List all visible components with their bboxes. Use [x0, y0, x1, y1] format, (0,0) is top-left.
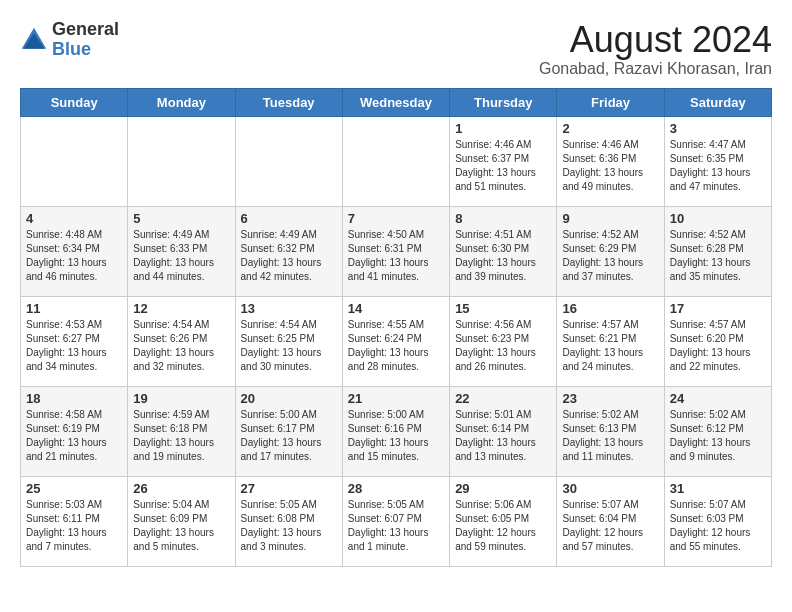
- day-number: 17: [670, 301, 766, 316]
- header-day-tuesday: Tuesday: [235, 88, 342, 116]
- cell-content: Sunrise: 4:52 AM Sunset: 6:29 PM Dayligh…: [562, 228, 658, 284]
- day-number: 6: [241, 211, 337, 226]
- logo-blue: Blue: [52, 40, 119, 60]
- day-number: 3: [670, 121, 766, 136]
- calendar-cell: 2Sunrise: 4:46 AM Sunset: 6:36 PM Daylig…: [557, 116, 664, 206]
- cell-content: Sunrise: 5:01 AM Sunset: 6:14 PM Dayligh…: [455, 408, 551, 464]
- day-number: 4: [26, 211, 122, 226]
- cell-content: Sunrise: 4:49 AM Sunset: 6:32 PM Dayligh…: [241, 228, 337, 284]
- calendar-cell: 24Sunrise: 5:02 AM Sunset: 6:12 PM Dayli…: [664, 386, 771, 476]
- calendar-cell: 8Sunrise: 4:51 AM Sunset: 6:30 PM Daylig…: [450, 206, 557, 296]
- calendar-header: SundayMondayTuesdayWednesdayThursdayFrid…: [21, 88, 772, 116]
- calendar-cell: 26Sunrise: 5:04 AM Sunset: 6:09 PM Dayli…: [128, 476, 235, 566]
- cell-content: Sunrise: 5:04 AM Sunset: 6:09 PM Dayligh…: [133, 498, 229, 554]
- day-number: 23: [562, 391, 658, 406]
- calendar-table: SundayMondayTuesdayWednesdayThursdayFrid…: [20, 88, 772, 567]
- calendar-cell: 25Sunrise: 5:03 AM Sunset: 6:11 PM Dayli…: [21, 476, 128, 566]
- calendar-cell: 12Sunrise: 4:54 AM Sunset: 6:26 PM Dayli…: [128, 296, 235, 386]
- cell-content: Sunrise: 5:00 AM Sunset: 6:16 PM Dayligh…: [348, 408, 444, 464]
- cell-content: Sunrise: 4:57 AM Sunset: 6:21 PM Dayligh…: [562, 318, 658, 374]
- header-day-wednesday: Wednesday: [342, 88, 449, 116]
- cell-content: Sunrise: 4:54 AM Sunset: 6:26 PM Dayligh…: [133, 318, 229, 374]
- cell-content: Sunrise: 5:05 AM Sunset: 6:07 PM Dayligh…: [348, 498, 444, 554]
- calendar-cell: 29Sunrise: 5:06 AM Sunset: 6:05 PM Dayli…: [450, 476, 557, 566]
- cell-content: Sunrise: 4:52 AM Sunset: 6:28 PM Dayligh…: [670, 228, 766, 284]
- cell-content: Sunrise: 4:51 AM Sunset: 6:30 PM Dayligh…: [455, 228, 551, 284]
- cell-content: Sunrise: 5:06 AM Sunset: 6:05 PM Dayligh…: [455, 498, 551, 554]
- day-number: 7: [348, 211, 444, 226]
- day-number: 27: [241, 481, 337, 496]
- calendar-cell: 30Sunrise: 5:07 AM Sunset: 6:04 PM Dayli…: [557, 476, 664, 566]
- cell-content: Sunrise: 5:00 AM Sunset: 6:17 PM Dayligh…: [241, 408, 337, 464]
- logo-text: General Blue: [52, 20, 119, 60]
- logo: General Blue: [20, 20, 119, 60]
- day-number: 9: [562, 211, 658, 226]
- calendar-cell: 18Sunrise: 4:58 AM Sunset: 6:19 PM Dayli…: [21, 386, 128, 476]
- calendar-cell: 7Sunrise: 4:50 AM Sunset: 6:31 PM Daylig…: [342, 206, 449, 296]
- calendar-cell: 20Sunrise: 5:00 AM Sunset: 6:17 PM Dayli…: [235, 386, 342, 476]
- calendar-cell: 11Sunrise: 4:53 AM Sunset: 6:27 PM Dayli…: [21, 296, 128, 386]
- cell-content: Sunrise: 4:54 AM Sunset: 6:25 PM Dayligh…: [241, 318, 337, 374]
- day-number: 8: [455, 211, 551, 226]
- week-row-3: 11Sunrise: 4:53 AM Sunset: 6:27 PM Dayli…: [21, 296, 772, 386]
- calendar-cell: [342, 116, 449, 206]
- cell-content: Sunrise: 5:07 AM Sunset: 6:04 PM Dayligh…: [562, 498, 658, 554]
- day-number: 12: [133, 301, 229, 316]
- cell-content: Sunrise: 4:59 AM Sunset: 6:18 PM Dayligh…: [133, 408, 229, 464]
- week-row-2: 4Sunrise: 4:48 AM Sunset: 6:34 PM Daylig…: [21, 206, 772, 296]
- calendar-cell: 23Sunrise: 5:02 AM Sunset: 6:13 PM Dayli…: [557, 386, 664, 476]
- calendar-cell: [128, 116, 235, 206]
- day-number: 30: [562, 481, 658, 496]
- cell-content: Sunrise: 4:53 AM Sunset: 6:27 PM Dayligh…: [26, 318, 122, 374]
- cell-content: Sunrise: 4:55 AM Sunset: 6:24 PM Dayligh…: [348, 318, 444, 374]
- day-number: 25: [26, 481, 122, 496]
- location-subtitle: Gonabad, Razavi Khorasan, Iran: [539, 60, 772, 78]
- day-number: 19: [133, 391, 229, 406]
- cell-content: Sunrise: 5:05 AM Sunset: 6:08 PM Dayligh…: [241, 498, 337, 554]
- header-day-sunday: Sunday: [21, 88, 128, 116]
- calendar-cell: 14Sunrise: 4:55 AM Sunset: 6:24 PM Dayli…: [342, 296, 449, 386]
- cell-content: Sunrise: 4:46 AM Sunset: 6:36 PM Dayligh…: [562, 138, 658, 194]
- day-number: 5: [133, 211, 229, 226]
- cell-content: Sunrise: 4:47 AM Sunset: 6:35 PM Dayligh…: [670, 138, 766, 194]
- calendar-cell: 6Sunrise: 4:49 AM Sunset: 6:32 PM Daylig…: [235, 206, 342, 296]
- calendar-cell: 21Sunrise: 5:00 AM Sunset: 6:16 PM Dayli…: [342, 386, 449, 476]
- day-number: 18: [26, 391, 122, 406]
- calendar-cell: 1Sunrise: 4:46 AM Sunset: 6:37 PM Daylig…: [450, 116, 557, 206]
- cell-content: Sunrise: 4:49 AM Sunset: 6:33 PM Dayligh…: [133, 228, 229, 284]
- logo-icon: [20, 26, 48, 54]
- calendar-cell: 28Sunrise: 5:05 AM Sunset: 6:07 PM Dayli…: [342, 476, 449, 566]
- cell-content: Sunrise: 5:02 AM Sunset: 6:13 PM Dayligh…: [562, 408, 658, 464]
- cell-content: Sunrise: 4:46 AM Sunset: 6:37 PM Dayligh…: [455, 138, 551, 194]
- week-row-4: 18Sunrise: 4:58 AM Sunset: 6:19 PM Dayli…: [21, 386, 772, 476]
- calendar-cell: 17Sunrise: 4:57 AM Sunset: 6:20 PM Dayli…: [664, 296, 771, 386]
- header-day-friday: Friday: [557, 88, 664, 116]
- logo-general: General: [52, 20, 119, 40]
- calendar-cell: 22Sunrise: 5:01 AM Sunset: 6:14 PM Dayli…: [450, 386, 557, 476]
- calendar-cell: 31Sunrise: 5:07 AM Sunset: 6:03 PM Dayli…: [664, 476, 771, 566]
- day-number: 26: [133, 481, 229, 496]
- calendar-cell: [235, 116, 342, 206]
- calendar-body: 1Sunrise: 4:46 AM Sunset: 6:37 PM Daylig…: [21, 116, 772, 566]
- header-day-thursday: Thursday: [450, 88, 557, 116]
- cell-content: Sunrise: 4:58 AM Sunset: 6:19 PM Dayligh…: [26, 408, 122, 464]
- day-number: 16: [562, 301, 658, 316]
- calendar-cell: 3Sunrise: 4:47 AM Sunset: 6:35 PM Daylig…: [664, 116, 771, 206]
- calendar-cell: [21, 116, 128, 206]
- calendar-cell: 27Sunrise: 5:05 AM Sunset: 6:08 PM Dayli…: [235, 476, 342, 566]
- day-number: 21: [348, 391, 444, 406]
- day-number: 10: [670, 211, 766, 226]
- day-number: 15: [455, 301, 551, 316]
- cell-content: Sunrise: 4:57 AM Sunset: 6:20 PM Dayligh…: [670, 318, 766, 374]
- day-number: 20: [241, 391, 337, 406]
- page-header: General Blue August 2024 Gonabad, Razavi…: [20, 20, 772, 78]
- cell-content: Sunrise: 4:56 AM Sunset: 6:23 PM Dayligh…: [455, 318, 551, 374]
- day-number: 11: [26, 301, 122, 316]
- day-number: 28: [348, 481, 444, 496]
- day-number: 24: [670, 391, 766, 406]
- title-block: August 2024 Gonabad, Razavi Khorasan, Ir…: [539, 20, 772, 78]
- calendar-cell: 19Sunrise: 4:59 AM Sunset: 6:18 PM Dayli…: [128, 386, 235, 476]
- calendar-cell: 15Sunrise: 4:56 AM Sunset: 6:23 PM Dayli…: [450, 296, 557, 386]
- cell-content: Sunrise: 5:02 AM Sunset: 6:12 PM Dayligh…: [670, 408, 766, 464]
- week-row-1: 1Sunrise: 4:46 AM Sunset: 6:37 PM Daylig…: [21, 116, 772, 206]
